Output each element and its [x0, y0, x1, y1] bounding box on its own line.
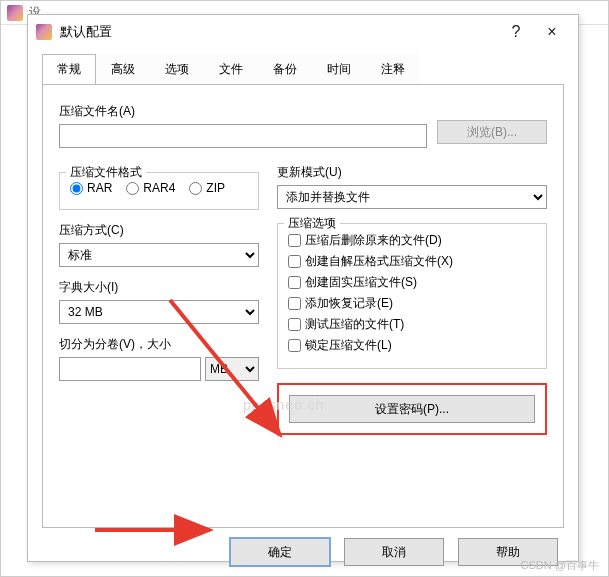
browse-button[interactable]: 浏览(B)...	[437, 120, 547, 144]
app-icon	[7, 5, 23, 21]
dialog-footer: 确定 取消 帮助	[28, 528, 578, 577]
tab-time[interactable]: 时间	[312, 54, 366, 85]
cancel-button[interactable]: 取消	[344, 538, 444, 566]
radio-zip[interactable]: ZIP	[189, 181, 225, 195]
check-solid[interactable]: 创建固实压缩文件(S)	[288, 274, 536, 291]
csdn-watermark: CSDN @百事牛	[521, 558, 599, 573]
general-panel: 压缩文件名(A) 浏览(B)... 压缩文件格式 RAR RAR4 ZIP	[42, 84, 564, 528]
filename-label: 压缩文件名(A)	[59, 103, 427, 120]
format-group: 压缩文件格式 RAR RAR4 ZIP	[59, 172, 259, 210]
password-highlight-box: 设置密码(P)...	[277, 383, 547, 435]
format-legend: 压缩文件格式	[66, 164, 146, 181]
update-mode-select[interactable]: 添加并替换文件	[277, 185, 547, 209]
options-legend: 压缩选项	[284, 215, 340, 232]
check-lock[interactable]: 锁定压缩文件(L)	[288, 337, 536, 354]
winrar-icon	[36, 24, 52, 40]
tab-options[interactable]: 选项	[150, 54, 204, 85]
tab-general[interactable]: 常规	[42, 54, 96, 85]
dialog-titlebar: 默认配置 ? ×	[28, 15, 578, 49]
tab-advanced[interactable]: 高级	[96, 54, 150, 85]
method-select[interactable]: 标准	[59, 243, 259, 267]
radio-rar-label: RAR	[87, 181, 112, 195]
split-unit-select[interactable]: MB	[205, 357, 259, 381]
radio-zip-label: ZIP	[206, 181, 225, 195]
split-size-input[interactable]	[59, 357, 201, 381]
tab-comment[interactable]: 注释	[366, 54, 420, 85]
options-group: 压缩选项 压缩后删除原来的文件(D) 创建自解压格式压缩文件(X) 创建固实压缩…	[277, 223, 547, 369]
dialog-title: 默认配置	[60, 23, 498, 41]
dict-label: 字典大小(I)	[59, 279, 259, 296]
help-button[interactable]: ?	[498, 17, 534, 47]
radio-rar4-label: RAR4	[143, 181, 175, 195]
check-recovery[interactable]: 添加恢复记录(E)	[288, 295, 536, 312]
filename-input[interactable]	[59, 124, 427, 148]
method-label: 压缩方式(C)	[59, 222, 259, 239]
tab-strip: 常规 高级 选项 文件 备份 时间 注释	[28, 49, 578, 84]
set-password-button[interactable]: 设置密码(P)...	[289, 395, 535, 423]
close-button[interactable]: ×	[534, 17, 570, 47]
default-profile-dialog: 默认配置 ? × 常规 高级 选项 文件 备份 时间 注释 压缩文件名(A) 浏…	[27, 14, 579, 562]
dict-select[interactable]: 32 MB	[59, 300, 259, 324]
check-delete-after[interactable]: 压缩后删除原来的文件(D)	[288, 232, 536, 249]
split-label: 切分为分卷(V)，大小	[59, 336, 259, 353]
radio-rar[interactable]: RAR	[70, 181, 112, 195]
check-test[interactable]: 测试压缩的文件(T)	[288, 316, 536, 333]
check-sfx[interactable]: 创建自解压格式压缩文件(X)	[288, 253, 536, 270]
tab-backup[interactable]: 备份	[258, 54, 312, 85]
radio-rar4[interactable]: RAR4	[126, 181, 175, 195]
ok-button[interactable]: 确定	[230, 538, 330, 566]
update-mode-label: 更新模式(U)	[277, 164, 547, 181]
tab-files[interactable]: 文件	[204, 54, 258, 85]
